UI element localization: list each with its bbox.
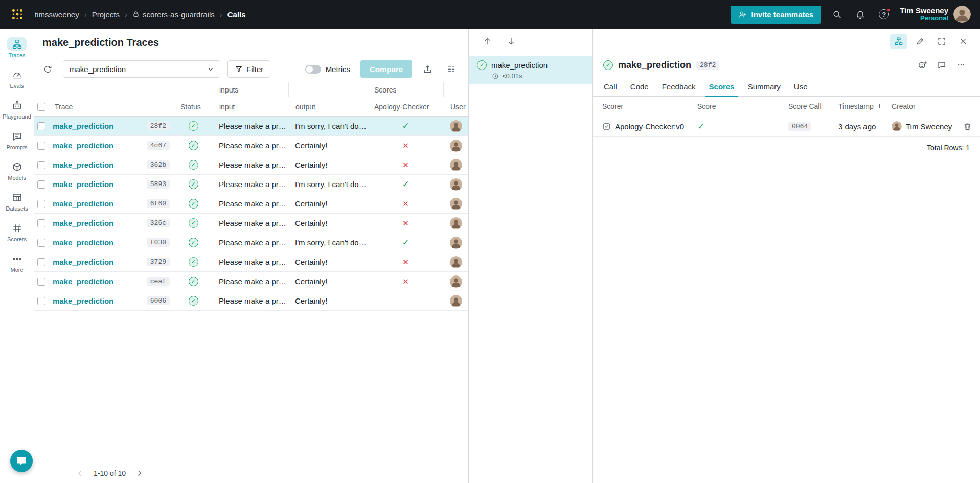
sidebar-item-traces[interactable]: Traces [1, 34, 33, 62]
row-checkbox[interactable] [37, 239, 45, 247]
score-call-id-badge[interactable]: 0064 [788, 122, 811, 131]
edit-button[interactable] [911, 34, 929, 49]
scores-column-creator[interactable]: Creator [892, 97, 969, 116]
next-page-button[interactable] [135, 469, 144, 478]
trace-link[interactable]: make_prediction [53, 122, 143, 130]
chat-support-button[interactable] [10, 450, 33, 472]
breadcrumb-projects[interactable]: Projects [92, 10, 120, 19]
column-header-trace[interactable]: Trace [49, 97, 174, 116]
topbar-avatar[interactable] [953, 6, 971, 23]
user-avatar [450, 159, 462, 171]
table-row[interactable]: make_prediction 326c ✓ Please make a pre… [34, 214, 468, 233]
trace-link[interactable]: make_prediction [53, 296, 143, 305]
row-checkbox[interactable] [37, 297, 45, 305]
expand-button[interactable] [933, 34, 950, 49]
search-button[interactable] [829, 7, 845, 22]
row-checkbox[interactable] [37, 278, 45, 286]
trace-link[interactable]: make_prediction [53, 238, 143, 247]
table-row[interactable]: make_prediction 5893 ✓ Please make a pre… [34, 175, 468, 194]
export-button[interactable] [419, 61, 436, 77]
tab-summary[interactable]: Summary [741, 78, 787, 96]
table-row[interactable]: make_prediction 6006 ✓ Please make a pre… [34, 291, 468, 311]
trace-link[interactable]: make_prediction [53, 219, 143, 227]
tab-scores[interactable]: Scores [702, 78, 741, 96]
row-checkbox[interactable] [37, 142, 45, 150]
wandb-logo[interactable] [7, 4, 28, 25]
trace-link[interactable]: make_prediction [53, 258, 143, 266]
chat-bubble-icon [16, 455, 27, 467]
table-row[interactable]: make_prediction 3729 ✓ Please make a pre… [34, 252, 468, 272]
scores-column-scorer[interactable]: Scorer [602, 97, 697, 116]
notifications-button[interactable] [853, 7, 868, 22]
call-header-actions [914, 57, 970, 73]
trace-link[interactable]: make_prediction [53, 160, 143, 169]
select-all-checkbox[interactable] [37, 103, 45, 111]
tab-feedback[interactable]: Feedback [655, 78, 702, 96]
row-checkbox[interactable] [37, 161, 45, 169]
scores-column-timestamp[interactable]: Timestamp [838, 97, 892, 116]
refresh-button[interactable] [39, 61, 56, 77]
row-checkbox[interactable] [37, 219, 45, 227]
table-row[interactable]: make_prediction 4c67 ✓ Please make a pre… [34, 136, 468, 155]
sidebar-item-playground[interactable]: Playground [1, 95, 33, 123]
evals-icon [7, 68, 27, 81]
breadcrumb-project[interactable]: scorers-as-guardrails [132, 10, 215, 19]
trace-id-badge: 6f60 [147, 199, 170, 208]
table-row[interactable]: make_prediction 362b ✓ Please make a pre… [34, 155, 468, 175]
user-avatar [450, 140, 462, 152]
column-header-scorer[interactable]: Apology-Checker [368, 97, 444, 116]
trace-link[interactable]: make_prediction [53, 180, 143, 189]
column-header-output[interactable]: output [289, 97, 368, 116]
table-row[interactable]: make_prediction 28f2 ✓ Please make a pre… [34, 117, 468, 136]
close-button[interactable] [954, 34, 972, 49]
scores-column-score[interactable]: Score [697, 97, 788, 116]
tab-use[interactable]: Use [787, 78, 814, 96]
user-menu[interactable]: Tim Sweeney Personal [900, 6, 971, 23]
breadcrumb-calls[interactable]: Calls [227, 10, 246, 19]
previous-call-button[interactable] [479, 34, 496, 49]
add-reaction-button[interactable] [914, 57, 931, 73]
sidebar-item-datasets[interactable]: Datasets [1, 187, 33, 215]
column-header-status[interactable]: Status [174, 97, 213, 116]
help-button[interactable]: ? [876, 7, 892, 22]
tab-call[interactable]: Call [597, 78, 624, 96]
next-call-button[interactable] [503, 34, 520, 49]
table-body: make_prediction 28f2 ✓ Please make a pre… [34, 117, 468, 311]
tree-node-selected[interactable]: ✓ make_prediction <0.01s [469, 56, 592, 84]
score-mark: ✕ [402, 141, 409, 150]
row-checkbox[interactable] [37, 180, 45, 189]
filter-button[interactable]: Filter [227, 60, 270, 78]
sidebar-item-prompts[interactable]: Prompts [1, 126, 33, 154]
breadcrumb-user[interactable]: timssweeney [35, 10, 79, 19]
tab-code[interactable]: Code [624, 78, 655, 96]
sidebar-item-more[interactable]: More [1, 248, 33, 277]
trace-link[interactable]: make_prediction [53, 141, 143, 150]
op-filter-select[interactable]: make_prediction [63, 60, 220, 78]
sidebar-item-scorers[interactable]: Scorers [1, 218, 33, 246]
scores-column-score-call[interactable]: Score Call [788, 97, 838, 116]
sidebar-item-evals[interactable]: Evals [1, 64, 33, 93]
sidebar-item-models[interactable]: Models [1, 156, 33, 185]
toggle-tree-view-button[interactable] [890, 34, 907, 49]
row-checkbox[interactable] [37, 200, 45, 208]
comment-button[interactable] [933, 57, 950, 73]
invite-teammates-button[interactable]: Invite teammates [731, 6, 821, 24]
column-settings-button[interactable] [443, 61, 459, 77]
breadcrumb: timssweeney › Projects › scorers-as-guar… [35, 10, 246, 19]
column-header-input[interactable]: input [213, 97, 289, 116]
table-row[interactable]: make_prediction f030 ✓ Please make a pre… [34, 233, 468, 252]
metrics-toggle[interactable] [305, 65, 321, 74]
trace-link[interactable]: make_prediction [53, 277, 143, 286]
sidebar-item-label: Playground [3, 113, 31, 120]
trace-link[interactable]: make_prediction [53, 199, 143, 208]
column-header-user[interactable]: User [444, 97, 468, 116]
scores-table-row[interactable]: Apology-Checker:v0 ✓ 0064 3 days ago Tim… [593, 116, 980, 137]
row-checkbox[interactable] [37, 258, 45, 266]
compare-button[interactable]: Compare [360, 60, 412, 78]
previous-page-button[interactable] [75, 469, 84, 478]
overflow-menu-button[interactable] [952, 57, 970, 73]
row-checkbox[interactable] [37, 122, 45, 130]
delete-score-button[interactable] [963, 119, 972, 134]
table-row[interactable]: make_prediction 6f60 ✓ Please make a pre… [34, 194, 468, 214]
table-row[interactable]: make_prediction ceaf ✓ Please make a pre… [34, 272, 468, 291]
